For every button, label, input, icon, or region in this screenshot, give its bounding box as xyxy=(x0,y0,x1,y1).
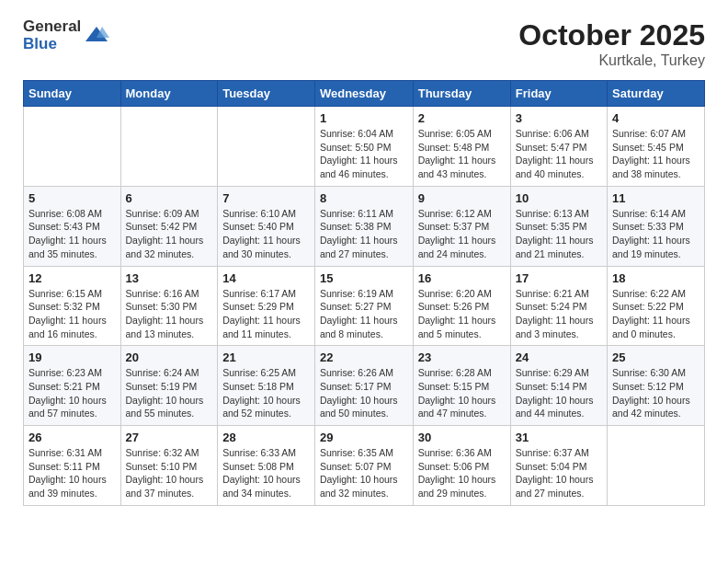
calendar-cell: 26Sunrise: 6:31 AM Sunset: 5:11 PM Dayli… xyxy=(24,426,121,506)
day-number: 18 xyxy=(612,271,700,285)
day-number: 3 xyxy=(516,111,602,125)
day-info: Sunrise: 6:31 AM Sunset: 5:11 PM Dayligh… xyxy=(28,446,116,500)
day-info: Sunrise: 6:07 AM Sunset: 5:45 PM Dayligh… xyxy=(612,127,700,181)
day-number: 23 xyxy=(418,350,506,364)
calendar-cell: 19Sunrise: 6:23 AM Sunset: 5:21 PM Dayli… xyxy=(24,346,121,426)
calendar-cell xyxy=(218,107,315,187)
day-number: 21 xyxy=(222,350,310,364)
title-block: October 2025 Kurtkale, Turkey xyxy=(518,18,705,69)
day-number: 27 xyxy=(126,431,213,444)
day-info: Sunrise: 6:11 AM Sunset: 5:38 PM Dayligh… xyxy=(320,207,408,261)
day-info: Sunrise: 6:09 AM Sunset: 5:42 PM Dayligh… xyxy=(126,207,213,261)
day-number: 4 xyxy=(612,111,700,125)
day-info: Sunrise: 6:22 AM Sunset: 5:22 PM Dayligh… xyxy=(612,287,700,341)
calendar-cell: 31Sunrise: 6:37 AM Sunset: 5:04 PM Dayli… xyxy=(510,426,607,506)
day-number: 13 xyxy=(126,271,213,285)
calendar-header-row: SundayMondayTuesdayWednesdayThursdayFrid… xyxy=(24,81,705,107)
day-info: Sunrise: 6:16 AM Sunset: 5:30 PM Dayligh… xyxy=(126,287,213,341)
day-number: 14 xyxy=(222,271,310,285)
day-info: Sunrise: 6:36 AM Sunset: 5:06 PM Dayligh… xyxy=(418,446,506,500)
calendar-cell: 13Sunrise: 6:16 AM Sunset: 5:30 PM Dayli… xyxy=(120,266,218,346)
day-number: 2 xyxy=(418,111,506,125)
day-info: Sunrise: 6:15 AM Sunset: 5:32 PM Dayligh… xyxy=(28,287,116,341)
day-info: Sunrise: 6:29 AM Sunset: 5:14 PM Dayligh… xyxy=(516,366,602,420)
location-title: Kurtkale, Turkey xyxy=(518,52,705,69)
calendar-cell xyxy=(608,426,705,506)
day-info: Sunrise: 6:20 AM Sunset: 5:26 PM Dayligh… xyxy=(418,287,506,341)
day-info: Sunrise: 6:08 AM Sunset: 5:43 PM Dayligh… xyxy=(28,207,116,261)
day-number: 10 xyxy=(516,191,602,205)
calendar-week-row: 19Sunrise: 6:23 AM Sunset: 5:21 PM Dayli… xyxy=(24,346,705,426)
day-number: 25 xyxy=(612,350,700,364)
day-info: Sunrise: 6:26 AM Sunset: 5:17 PM Dayligh… xyxy=(320,366,408,420)
calendar-week-row: 26Sunrise: 6:31 AM Sunset: 5:11 PM Dayli… xyxy=(24,426,705,506)
weekday-header-friday: Friday xyxy=(510,81,607,107)
calendar-cell: 22Sunrise: 6:26 AM Sunset: 5:17 PM Dayli… xyxy=(314,346,413,426)
header: General Blue October 2025 Kurtkale, Turk… xyxy=(23,18,705,69)
weekday-header-wednesday: Wednesday xyxy=(314,81,413,107)
day-info: Sunrise: 6:21 AM Sunset: 5:24 PM Dayligh… xyxy=(516,287,602,341)
day-number: 6 xyxy=(126,191,213,205)
calendar-cell: 11Sunrise: 6:14 AM Sunset: 5:33 PM Dayli… xyxy=(608,186,705,266)
day-number: 15 xyxy=(320,271,408,285)
calendar-cell: 5Sunrise: 6:08 AM Sunset: 5:43 PM Daylig… xyxy=(24,186,121,266)
calendar-cell: 30Sunrise: 6:36 AM Sunset: 5:06 PM Dayli… xyxy=(413,426,510,506)
day-number: 20 xyxy=(126,350,213,364)
day-number: 30 xyxy=(418,431,506,444)
logo-blue: Blue xyxy=(23,36,81,53)
calendar-cell: 14Sunrise: 6:17 AM Sunset: 5:29 PM Dayli… xyxy=(218,266,315,346)
calendar-table: SundayMondayTuesdayWednesdayThursdayFrid… xyxy=(23,80,705,506)
weekday-header-thursday: Thursday xyxy=(413,81,510,107)
calendar-week-row: 5Sunrise: 6:08 AM Sunset: 5:43 PM Daylig… xyxy=(24,186,705,266)
day-info: Sunrise: 6:23 AM Sunset: 5:21 PM Dayligh… xyxy=(28,366,116,420)
day-info: Sunrise: 6:25 AM Sunset: 5:18 PM Dayligh… xyxy=(222,366,310,420)
calendar-cell: 25Sunrise: 6:30 AM Sunset: 5:12 PM Dayli… xyxy=(608,346,705,426)
calendar-cell xyxy=(24,107,121,187)
calendar-cell: 28Sunrise: 6:33 AM Sunset: 5:08 PM Dayli… xyxy=(218,426,315,506)
day-number: 5 xyxy=(28,191,116,205)
calendar-cell: 17Sunrise: 6:21 AM Sunset: 5:24 PM Dayli… xyxy=(510,266,607,346)
calendar-cell: 7Sunrise: 6:10 AM Sunset: 5:40 PM Daylig… xyxy=(218,186,315,266)
calendar-cell: 20Sunrise: 6:24 AM Sunset: 5:19 PM Dayli… xyxy=(120,346,218,426)
day-info: Sunrise: 6:37 AM Sunset: 5:04 PM Dayligh… xyxy=(516,446,602,500)
logo: General Blue xyxy=(23,18,109,52)
calendar-week-row: 1Sunrise: 6:04 AM Sunset: 5:50 PM Daylig… xyxy=(24,107,705,187)
day-number: 24 xyxy=(516,350,602,364)
day-info: Sunrise: 6:17 AM Sunset: 5:29 PM Dayligh… xyxy=(222,287,310,341)
calendar-cell: 4Sunrise: 6:07 AM Sunset: 5:45 PM Daylig… xyxy=(608,107,705,187)
calendar-cell: 23Sunrise: 6:28 AM Sunset: 5:15 PM Dayli… xyxy=(413,346,510,426)
weekday-header-saturday: Saturday xyxy=(608,81,705,107)
day-number: 16 xyxy=(418,271,506,285)
day-number: 17 xyxy=(516,271,602,285)
day-number: 28 xyxy=(222,431,310,444)
calendar-cell: 29Sunrise: 6:35 AM Sunset: 5:07 PM Dayli… xyxy=(314,426,413,506)
day-number: 7 xyxy=(222,191,310,205)
day-number: 1 xyxy=(320,111,408,125)
calendar-cell: 1Sunrise: 6:04 AM Sunset: 5:50 PM Daylig… xyxy=(314,107,413,187)
calendar-cell: 3Sunrise: 6:06 AM Sunset: 5:47 PM Daylig… xyxy=(510,107,607,187)
calendar-cell: 27Sunrise: 6:32 AM Sunset: 5:10 PM Dayli… xyxy=(120,426,218,506)
day-number: 26 xyxy=(28,431,116,444)
logo-general: General xyxy=(23,18,81,36)
calendar-cell: 12Sunrise: 6:15 AM Sunset: 5:32 PM Dayli… xyxy=(24,266,121,346)
page: General Blue October 2025 Kurtkale, Turk… xyxy=(0,0,728,524)
day-info: Sunrise: 6:04 AM Sunset: 5:50 PM Dayligh… xyxy=(320,127,408,181)
day-info: Sunrise: 6:05 AM Sunset: 5:48 PM Dayligh… xyxy=(418,127,506,181)
day-info: Sunrise: 6:19 AM Sunset: 5:27 PM Dayligh… xyxy=(320,287,408,341)
day-info: Sunrise: 6:32 AM Sunset: 5:10 PM Dayligh… xyxy=(126,446,213,500)
day-info: Sunrise: 6:30 AM Sunset: 5:12 PM Dayligh… xyxy=(612,366,700,420)
day-info: Sunrise: 6:10 AM Sunset: 5:40 PM Dayligh… xyxy=(222,207,310,261)
day-number: 22 xyxy=(320,350,408,364)
calendar-cell: 21Sunrise: 6:25 AM Sunset: 5:18 PM Dayli… xyxy=(218,346,315,426)
weekday-header-tuesday: Tuesday xyxy=(218,81,315,107)
weekday-header-monday: Monday xyxy=(120,81,218,107)
day-info: Sunrise: 6:35 AM Sunset: 5:07 PM Dayligh… xyxy=(320,446,408,500)
day-info: Sunrise: 6:28 AM Sunset: 5:15 PM Dayligh… xyxy=(418,366,506,420)
day-number: 12 xyxy=(28,271,116,285)
calendar-cell: 6Sunrise: 6:09 AM Sunset: 5:42 PM Daylig… xyxy=(120,186,218,266)
calendar-cell xyxy=(120,107,218,187)
calendar-cell: 8Sunrise: 6:11 AM Sunset: 5:38 PM Daylig… xyxy=(314,186,413,266)
day-info: Sunrise: 6:14 AM Sunset: 5:33 PM Dayligh… xyxy=(612,207,700,261)
calendar-week-row: 12Sunrise: 6:15 AM Sunset: 5:32 PM Dayli… xyxy=(24,266,705,346)
day-number: 19 xyxy=(28,350,116,364)
